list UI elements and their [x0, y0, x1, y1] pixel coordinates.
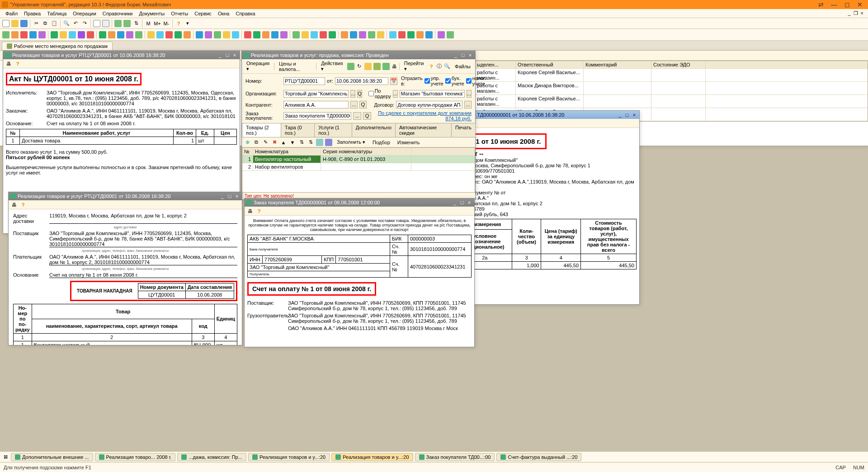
paste-icon[interactable]: 📋 — [50, 19, 58, 28]
taskbar-item-3[interactable]: Реализация товаров и у...:20 — [248, 453, 330, 461]
tab-auto[interactable]: Автоматические скидки — [395, 123, 452, 137]
doc-toolbar-icon-41[interactable] — [398, 31, 406, 39]
menu-service[interactable]: Сервис — [192, 10, 214, 17]
gr1c3[interactable]: Н-908, С-890 от 01.01.2003 — [321, 156, 411, 163]
row-del-icon[interactable]: ✖ — [271, 139, 278, 146]
row-copy-icon[interactable]: ⧉ — [253, 139, 260, 146]
actions-dropdown[interactable]: Действия ▾ — [318, 60, 345, 72]
g-th-series[interactable]: Серия номенклатуры — [321, 148, 411, 155]
dogovor-input[interactable] — [396, 101, 462, 109]
tab-tovary[interactable]: Товары (2 поз.) — [242, 123, 281, 137]
minimize-button[interactable]: — — [831, 1, 837, 8]
doc-toolbar-icon-0[interactable] — [2, 31, 10, 39]
doc-toolbar-icon-32[interactable] — [310, 31, 318, 39]
warehouse-input[interactable] — [400, 90, 465, 98]
win-max-icon[interactable]: □ — [226, 194, 233, 199]
cut-icon[interactable]: ✂ — [32, 19, 40, 28]
m-plus-icon[interactable]: M+ — [153, 19, 161, 28]
doc-toolbar-icon-31[interactable] — [301, 31, 309, 39]
doc-toolbar-icon-26[interactable] — [253, 31, 261, 39]
gr2c3[interactable] — [321, 163, 411, 170]
kontr-q-btn[interactable]: Q — [359, 101, 367, 109]
copy-icon[interactable]: ⧉ — [41, 19, 49, 28]
win-max-icon[interactable]: □ — [459, 200, 465, 205]
menu-references[interactable]: Справочники — [100, 10, 136, 17]
win-min-icon[interactable]: _ — [453, 52, 459, 58]
win-close-icon[interactable]: × — [234, 194, 240, 199]
restore-alt-icon[interactable]: ⇄ — [818, 1, 824, 8]
doc-toolbar-icon-38[interactable] — [368, 31, 376, 39]
menu-table[interactable]: Таблица — [44, 10, 69, 17]
menu-reports[interactable]: Отчеты — [168, 10, 191, 17]
zakaz-q-btn[interactable]: Q — [363, 112, 371, 120]
doc-toolbar-icon-7[interactable] — [68, 31, 76, 39]
tab-print[interactable]: Печать — [451, 123, 476, 137]
mdi-close-icon[interactable]: × — [861, 10, 863, 16]
m-minus-icon[interactable]: M- — [162, 19, 170, 28]
doc-toolbar-icon-15[interactable] — [147, 31, 155, 39]
doc-toolbar-icon-34[interactable] — [328, 31, 336, 39]
doc-toolbar-icon-40[interactable] — [389, 31, 397, 39]
gr1c2[interactable]: Вентилятор настольный — [253, 156, 321, 163]
win-min-icon[interactable]: _ — [219, 194, 226, 199]
doc-toolbar-icon-39[interactable] — [377, 31, 385, 39]
mdi-minimize-icon[interactable]: _ — [848, 10, 850, 16]
help-icon[interactable]: ? — [175, 19, 183, 28]
doc-toolbar-icon-19[interactable] — [183, 31, 191, 39]
chk-nalog[interactable]: налог. учете — [466, 76, 486, 86]
date-picker-icon[interactable]: 📅 — [390, 77, 397, 85]
doc-toolbar-icon-36[interactable] — [349, 31, 358, 39]
org-q-btn[interactable]: Q — [357, 90, 362, 98]
doc-toolbar-icon-44[interactable] — [425, 31, 433, 39]
doc-toolbar-icon-25[interactable] — [244, 31, 252, 39]
pick-btn[interactable]: Подбор — [370, 139, 393, 146]
doc-toolbar-icon-18[interactable] — [174, 31, 182, 39]
kontr-select-btn[interactable]: ... — [350, 101, 358, 109]
doc-toolbar-icon-20[interactable] — [195, 31, 203, 39]
m-icon[interactable]: M — [144, 19, 152, 28]
gr1c1[interactable]: 1 — [242, 156, 253, 163]
doc-toolbar-icon-28[interactable] — [271, 31, 279, 39]
sort-icon[interactable]: ⇅ — [132, 19, 140, 28]
taskbar-nav-icon[interactable]: ⊠ — [2, 453, 9, 461]
menu-edit[interactable]: Правка — [21, 10, 43, 17]
zakaz-select-btn[interactable]: ... — [353, 112, 361, 120]
change-btn[interactable]: Изменить — [395, 139, 423, 146]
doc-toolbar-icon-14[interactable] — [135, 31, 143, 39]
date-input[interactable] — [335, 77, 388, 85]
doc-toolbar-icon-3[interactable] — [29, 31, 37, 39]
doc-toolbar-icon-33[interactable] — [319, 31, 327, 39]
gr2c2[interactable]: Набор вентиляторов — [253, 163, 321, 170]
undo-icon[interactable]: ↶ — [71, 19, 80, 28]
doc-toolbar-icon-29[interactable] — [280, 31, 288, 39]
wh-select-btn[interactable]: ... — [467, 90, 472, 98]
print-icon[interactable]: 🖶 — [392, 63, 397, 70]
doc-toolbar-icon-30[interactable] — [292, 31, 300, 39]
menu-help[interactable]: Справка — [233, 10, 258, 17]
process-icon[interactable] — [364, 63, 372, 70]
zakaz-input[interactable] — [283, 112, 351, 120]
doc-toolbar-icon-37[interactable] — [359, 31, 367, 39]
bg-row[interactable]: работы с магазин...Королев Сергей Василь… — [475, 69, 868, 82]
win-min-icon[interactable]: _ — [217, 52, 223, 58]
tab-tara[interactable]: Тара (0 поз.) — [281, 123, 315, 137]
print-icon[interactable]: 🖶 — [5, 60, 12, 67]
chk-buh[interactable]: бух. учете — [445, 76, 464, 86]
help-icon[interactable]: ? — [428, 63, 434, 70]
bg-col-responsible[interactable]: Ответственный — [516, 61, 584, 68]
num-input[interactable] — [283, 77, 325, 85]
row-sort2-icon[interactable]: ⇅ — [307, 139, 314, 146]
doc-toolbar-icon-11[interactable] — [108, 31, 116, 39]
doc-toolbar-icon-8[interactable] — [77, 31, 85, 39]
org-select-btn[interactable]: ... — [350, 90, 355, 98]
taskbar-item-6[interactable]: Счет-фактура выданный ...:20 — [496, 453, 581, 461]
taskbar-item-5[interactable]: Заказ покупателя ТД00...:00 — [415, 453, 495, 461]
doc-toolbar-icon-22[interactable] — [213, 31, 222, 39]
chk-upr[interactable]: упр. учете — [425, 76, 443, 86]
doc-toolbar-icon-35[interactable] — [340, 31, 349, 39]
doc-toolbar-icon-4[interactable] — [38, 31, 46, 39]
taskbar-item-0[interactable]: Дополнительные внешние ... — [11, 453, 93, 461]
bg-col-edo[interactable]: Состояние ЭДО — [651, 61, 706, 68]
save-icon[interactable] — [20, 19, 28, 28]
gr2c1[interactable]: 2 — [242, 163, 253, 170]
